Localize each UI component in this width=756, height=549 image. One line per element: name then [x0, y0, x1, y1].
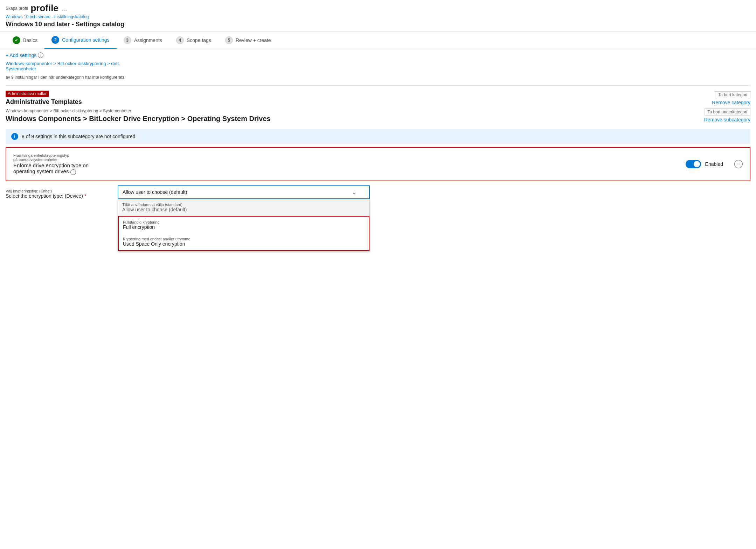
ta-bort-kategori-label: Ta bort kategori: [715, 91, 750, 98]
page-title-large: profile: [30, 3, 58, 14]
top-bar: Skapa profil profile ... Windows 10 och …: [0, 0, 756, 32]
ellipsis-button[interactable]: ...: [61, 4, 67, 12]
subcategory-title: Windows Components > BitLocker Drive Enc…: [6, 114, 704, 123]
dropdown-option-default[interactable]: Tillåt användare att välja (standard) Al…: [118, 199, 369, 216]
collapse-button[interactable]: −: [734, 160, 743, 168]
step-2-circle: 2: [51, 36, 59, 44]
info-banner: i 8 of 9 settings in this subcategory ar…: [6, 129, 750, 144]
step-2-label: Configuration settings: [62, 37, 109, 43]
path-part2[interactable]: BitLocker-diskkryptering >: [57, 61, 110, 66]
add-settings-info-icon: i: [38, 52, 43, 58]
step-4-circle: 4: [176, 36, 184, 44]
path-part4[interactable]: Systemenheter: [6, 66, 36, 71]
dropdown-selected-value: Allow user to choose (default): [123, 189, 187, 195]
separator-1: [6, 85, 750, 86]
not-configured-note: av 9 inställningar i den här underkatego…: [6, 74, 750, 83]
add-settings-row: + Add settings i: [6, 49, 750, 59]
dropdown-select[interactable]: Allow user to choose (default) ⌄: [118, 185, 370, 199]
page-title-small: Skapa profil: [6, 6, 28, 11]
step-basics[interactable]: ✓ Basics: [6, 32, 44, 48]
highlighted-options-group: Fullständig kryptering Full encryption K…: [118, 216, 369, 251]
subcategory-small-label: Windows-komponenter > BitLocker-diskkryp…: [6, 108, 704, 113]
step-5-circle: 5: [225, 36, 233, 44]
enabled-label: Enabled: [705, 161, 723, 167]
step-1-circle: ✓: [13, 36, 20, 44]
required-marker: *: [84, 193, 86, 199]
dropdown-small-label: Välj krypteringstyp: (Enhet): [6, 189, 111, 193]
main-content: + Add settings i Windows-komponenter > B…: [0, 49, 756, 251]
info-banner-text: 8 of 9 settings in this subcategory are …: [22, 134, 136, 139]
enforce-small-label: Framtvinga enhetskrypteringstyppå operat…: [13, 153, 89, 162]
dropdown-option-full[interactable]: Fullständig kryptering Full encryption: [119, 217, 369, 233]
add-settings-label: + Add settings: [6, 52, 36, 58]
option-label-1: Full encryption: [123, 224, 155, 230]
remove-subcategory-button[interactable]: Remove subcategory: [704, 117, 750, 122]
dropdown-label-text: Select the encryption type: (Device): [6, 193, 83, 199]
option-small-1: Fullständig kryptering: [123, 220, 365, 224]
step-scope-tags[interactable]: 4 Scope tags: [169, 32, 218, 48]
step-3-circle: 3: [124, 36, 131, 44]
page-subtitle: Windows 10 and later - Settings catalog: [6, 19, 750, 30]
enforce-label: Enforce drive encryption type onoperatin…: [13, 162, 89, 175]
category-label-small: Administrativa mallar: [6, 91, 49, 97]
enforce-info-icon: i: [70, 169, 76, 175]
ta-bort-underkategori-label: Ta bort underkategori: [705, 108, 750, 115]
breadcrumb[interactable]: Windows 10 och senare - Inställningskata…: [6, 14, 89, 19]
step-5-label: Review + create: [236, 37, 271, 43]
category-header: Administrativa mallar Administrative Tem…: [6, 89, 750, 108]
dropdown-option-used-space[interactable]: Kryptering med endast använt utrymme Use…: [119, 233, 369, 250]
dropdown-container: Allow user to choose (default) ⌄ Tillåt …: [118, 185, 370, 251]
dropdown-row: Välj krypteringstyp: (Enhet) Select the …: [6, 185, 750, 251]
steps-nav: ✓ Basics 2 Configuration settings 3 Assi…: [0, 32, 756, 49]
step-1-label: Basics: [23, 37, 37, 43]
dropdown-label: Välj krypteringstyp: (Enhet) Select the …: [6, 185, 111, 199]
dropdown-options-list: Tillåt användare att välja (standard) Al…: [118, 199, 370, 251]
step-4-label: Scope tags: [187, 37, 211, 43]
option-small-2: Kryptering med endast använt utrymme: [123, 237, 365, 241]
option-small-0: Tillåt användare att välja (standard): [122, 203, 365, 207]
step-configuration[interactable]: 2 Configuration settings: [44, 32, 116, 49]
add-settings-button[interactable]: + Add settings i: [6, 52, 43, 58]
option-label-2: Used Space Only encryption: [123, 241, 185, 247]
remove-category-button[interactable]: Remove category: [712, 100, 750, 105]
step-3-label: Assignments: [134, 37, 162, 43]
info-icon: i: [11, 133, 18, 140]
step-assignments[interactable]: 3 Assignments: [117, 32, 169, 48]
enforce-toggle[interactable]: [686, 160, 701, 168]
category-label-large: Administrative Templates: [6, 98, 82, 106]
path-part3[interactable]: drift: [111, 61, 119, 66]
dropdown-chevron-icon: ⌄: [352, 189, 356, 196]
enforce-encryption-setting-row: Framtvinga enhetskrypteringstyppå operat…: [6, 147, 750, 181]
subcategory-header: Windows-komponenter > BitLocker-diskkryp…: [6, 108, 750, 126]
toggle-knob: [694, 161, 700, 167]
option-label-0: Allow user to choose (default): [122, 207, 187, 212]
path-part1[interactable]: Windows-komponenter >: [6, 61, 56, 66]
settings-path: Windows-komponenter > BitLocker-diskkryp…: [6, 59, 750, 74]
step-review-create[interactable]: 5 Review + create: [218, 32, 278, 48]
enforce-controls: Enabled −: [686, 160, 743, 168]
